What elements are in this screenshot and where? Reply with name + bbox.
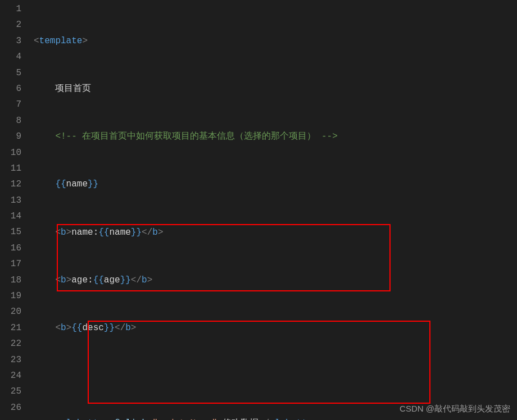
code-line[interactable]: <template> <box>34 33 517 49</box>
line-number: 12 <box>0 176 21 192</box>
line-number: 6 <box>0 81 21 97</box>
line-number: 7 <box>0 97 21 112</box>
watermark-text: CSDN @敲代码敲到头发茂密 <box>400 401 510 417</box>
line-number: 5 <box>0 65 21 81</box>
code-line[interactable]: <b>age:{{age}}</b> <box>34 272 517 288</box>
line-number: 21 <box>0 320 21 336</box>
line-number: 9 <box>0 129 21 144</box>
line-number: 23 <box>0 352 21 368</box>
line-number: 13 <box>0 193 21 208</box>
line-number: 18 <box>0 272 21 288</box>
line-number: 1 <box>0 1 21 17</box>
line-number: 16 <box>0 240 21 256</box>
code-line[interactable]: <!-- 在项目首页中如何获取项目的基本信息（选择的那个项目） --> <box>34 129 517 144</box>
line-number: 3 <box>0 33 21 49</box>
line-number: 25 <box>0 384 21 399</box>
code-line[interactable]: 项目首页 <box>34 81 517 97</box>
code-line[interactable]: <b>{{desc}}</b> <box>34 320 517 336</box>
line-number: 11 <box>0 161 21 176</box>
line-number: 26 <box>0 400 21 416</box>
code-line[interactable]: {{name}} <box>34 176 517 192</box>
line-number-gutter: 1 2 3 4 5 6 7 8 9 10 11 12 13 14 15 16 1… <box>0 0 34 420</box>
line-number: 20 <box>0 304 21 319</box>
code-line[interactable]: <b>name:{{name}}</b> <box>34 225 517 240</box>
code-editor[interactable]: <template> 项目首页 <!-- 在项目首页中如何获取项目的基本信息（选… <box>34 0 517 420</box>
line-number: 2 <box>0 17 21 33</box>
line-number: 14 <box>0 208 21 224</box>
line-number: 10 <box>0 145 21 161</box>
line-number: 15 <box>0 224 21 240</box>
line-number: 19 <box>0 288 21 304</box>
line-number: 24 <box>0 368 21 384</box>
line-number: 8 <box>0 113 21 129</box>
line-number: 17 <box>0 256 21 272</box>
line-number: 22 <box>0 336 21 351</box>
line-number: 4 <box>0 49 21 65</box>
code-line[interactable] <box>34 368 517 384</box>
